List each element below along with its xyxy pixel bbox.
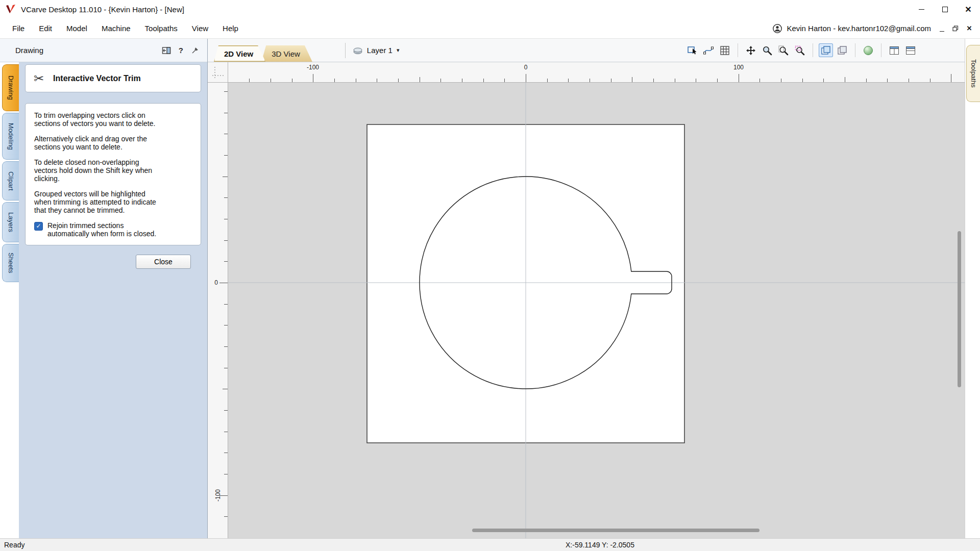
maximize-button[interactable] [933,0,957,18]
mdi-restore-icon [952,26,959,32]
tile-windows-vertical-icon[interactable] [903,43,918,57]
canvas-row: 0 -100 [208,83,965,538]
toolbar-separator [855,43,855,57]
zoom-to-selection-icon[interactable] [793,43,807,57]
rejoin-checkbox-row: ✓ Rejoin trimmed sections automatically … [34,221,192,238]
instruction-paragraph: Alternatively click and drag over the se… [34,135,163,152]
app-window: VCarve Desktop 11.010 - {Kevin Harton} -… [0,0,980,551]
menu-view[interactable]: View [185,19,215,37]
window-controls: ✕ [910,0,980,18]
tab-toolpaths[interactable]: Toolpaths [966,45,980,102]
pan-view-icon[interactable] [744,43,758,57]
zoom-to-drawing-icon[interactable] [776,43,791,57]
sidebar-tab-sheets[interactable]: Sheets [2,244,19,282]
rotate-3d-view-icon[interactable] [861,43,875,57]
mdi-close-icon: ✕ [967,24,972,32]
tile-windows-horizontal-icon[interactable] [887,43,901,57]
header-separator [345,43,346,58]
minimize-button[interactable] [910,0,933,18]
view-header: 2D View 3D View Layer 1 ▾ [208,39,965,62]
xy-datum-corner-icon [211,66,225,79]
tool-title-box: ✂ Interactive Vector Trim [25,64,201,92]
sidebar-tab-modeling[interactable]: Modeling [2,113,19,160]
body: Drawing ? Drawing [0,39,980,538]
panel-title: Drawing [15,46,43,55]
instruction-paragraph: Grouped vectors will be highlighted when… [34,190,163,215]
v-ruler-label: 0 [214,279,218,286]
scissors-icon: ✂ [34,71,44,86]
maximize-icon [942,7,948,12]
snap-grid-icon[interactable] [718,43,732,57]
panel-header-icons: ? [162,46,199,55]
node-edit-icon[interactable] [701,43,716,57]
help-icon[interactable]: ? [179,46,183,55]
menu-help[interactable]: Help [215,19,246,37]
account-label: Kevin Harton - kev.hartonr102@gmail.com [787,24,931,33]
account-person-icon [772,23,782,34]
minimize-icon [919,9,924,10]
h-ruler-label: 100 [733,64,744,71]
pin-panel-icon[interactable] [191,46,199,55]
vertical-ruler: 0 -100 [208,83,228,538]
h-ruler-label: -100 [307,64,319,71]
sidebar-tab-clipart[interactable]: Clipart [2,161,19,201]
window-title: VCarve Desktop 11.010 - {Kevin Harton} -… [21,5,184,14]
main-column: 2D View 3D View Layer 1 ▾ [208,39,965,538]
h-ruler-label: 0 [524,64,528,71]
mdi-minimize-icon [940,31,944,32]
toggle-2d-toolpath-drawing-icon[interactable] [819,43,833,57]
close-icon: ✕ [965,5,971,14]
horizontal-scrollbar-thumb[interactable] [472,529,760,532]
tab-3d-view[interactable]: 3D View [261,45,312,62]
close-button[interactable]: ✕ [957,0,980,18]
close-tool-button[interactable]: Close [136,255,191,269]
vertical-scrollbar-thumb[interactable] [958,231,961,387]
tab-2d-view[interactable]: 2D View [214,45,265,62]
panel-header: Drawing ? [0,39,207,62]
sidebar-tab-layers[interactable]: Layers [2,202,19,242]
zoom-interactive-icon[interactable] [760,43,774,57]
mdi-restore-button[interactable] [951,24,960,33]
toggle-solid-toolpath-drawing-icon[interactable] [835,43,849,57]
sidebar-tab-drawing[interactable]: Drawing [2,64,19,111]
layer-selector[interactable]: Layer 1 ▾ [353,46,400,55]
instruction-paragraph: To delete closed non-overlapping vectors… [34,158,163,183]
panel-body: Drawing Modeling Clipart Layers Sheets ✂… [0,62,207,538]
left-column: Drawing ? Drawing [0,39,208,538]
rejoin-checkbox-label: Rejoin trimmed sections automatically wh… [47,221,159,238]
drawing-canvas[interactable] [228,83,965,538]
layer-name: Layer 1 [367,46,393,55]
rejoin-checkbox[interactable]: ✓ [34,222,43,231]
status-ready: Ready [4,541,24,549]
mdi-window-controls: ✕ [937,24,974,33]
dock-panel-icon[interactable] [162,46,171,55]
drawing-panel: ✂ Interactive Vector Trim To trim overla… [19,62,207,538]
horizontal-ruler: -100 0 100 [228,62,965,83]
toolbar-separator [881,43,881,57]
account-button[interactable]: Kevin Harton - kev.hartonr102@gmail.com [772,23,931,34]
menubar: File Edit Model Machine Toolpaths View H… [0,18,980,39]
view-toolbar [685,43,918,57]
titlebar: VCarve Desktop 11.010 - {Kevin Harton} -… [0,0,980,18]
right-tabstrip: Toolpaths [965,39,980,538]
vcarve-logo-icon [5,4,16,15]
canvas-scene [228,83,965,538]
menu-toolpaths[interactable]: Toolpaths [138,19,185,37]
select-vectors-icon[interactable] [685,43,699,57]
status-coordinates: X:-59.1149 Y: -2.0505 [566,541,634,549]
menu-edit[interactable]: Edit [32,19,59,37]
toolbar-separator [813,43,813,57]
menu-model[interactable]: Model [59,19,94,37]
menu-file[interactable]: File [5,19,32,37]
instruction-paragraph: To trim overlapping vectors click on sec… [34,111,163,128]
left-tabstrip: Drawing Modeling Clipart Layers Sheets [0,62,19,538]
instructions-box: To trim overlapping vectors click on sec… [25,103,201,245]
chevron-down-icon: ▾ [397,47,400,54]
layer-icon [353,46,363,55]
ruler-corner [208,62,228,83]
close-row: Close [24,245,202,269]
ruler-row: -100 0 100 [208,62,965,83]
mdi-minimize-button[interactable] [937,24,946,33]
menu-machine[interactable]: Machine [94,19,138,37]
mdi-close-button[interactable]: ✕ [965,24,974,33]
